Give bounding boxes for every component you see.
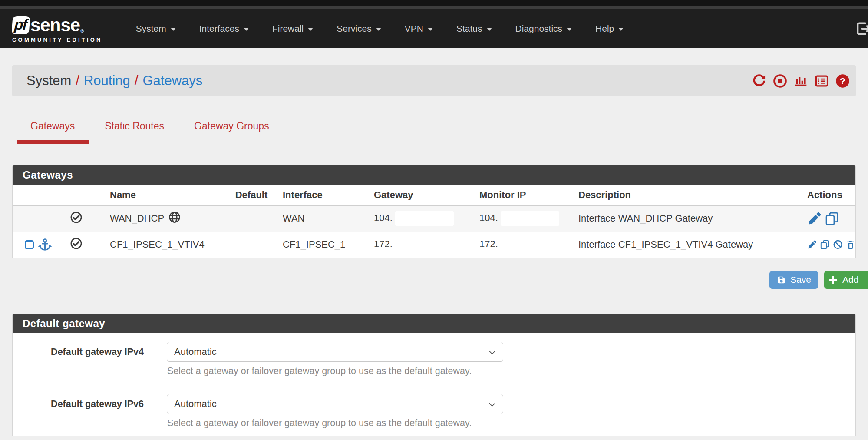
pfsense-app: pf sense ® COMMUNITY EDITION System Inte…	[0, 0, 868, 436]
log-list-icon[interactable]	[813, 72, 831, 90]
nav-help-label: Help	[595, 23, 614, 34]
check-circle-icon	[70, 237, 83, 252]
nav-services-label: Services	[337, 23, 372, 34]
chevron-down-icon	[488, 348, 497, 357]
top-navbar: pf sense ® COMMUNITY EDITION System Inte…	[0, 9, 868, 48]
table-row: WAN_DHCP WAN	[13, 205, 855, 232]
add-button[interactable]: Add	[824, 271, 868, 289]
default-gateway-ipv4-field: Default gateway IPv4 Automatic Select a …	[13, 342, 855, 377]
anchor-icon[interactable]	[38, 238, 52, 252]
copy-icon[interactable]	[825, 211, 839, 226]
column-gateway: Gateway	[362, 185, 468, 205]
nav-diagnostics[interactable]: Diagnostics	[504, 17, 584, 40]
column-default: Default	[225, 185, 277, 205]
default-gateway-ipv4-label: Default gateway IPv4	[13, 342, 144, 377]
add-button-label: Add	[842, 275, 858, 285]
gateways-panel-title: Gateways	[13, 165, 855, 185]
nav-firewall-label: Firewall	[272, 23, 304, 34]
chevron-down-icon	[171, 28, 176, 31]
default-gateway-ipv6-value: Automatic	[174, 398, 217, 410]
default-gateway-ipv6-help: Select a gateway or failover gateway gro…	[167, 418, 503, 429]
column-monitor-ip: Monitor IP	[468, 185, 573, 205]
routing-tabs: Gateways Static Routes Gateway Groups	[17, 116, 856, 144]
nav-interfaces-label: Interfaces	[199, 23, 239, 34]
copy-icon[interactable]	[820, 237, 830, 252]
breadcrumb-separator: /	[135, 73, 139, 89]
save-button-label: Save	[790, 275, 811, 285]
save-button[interactable]: Save	[769, 271, 818, 289]
nav-services[interactable]: Services	[325, 17, 393, 40]
help-icon[interactable]: ?	[834, 72, 851, 90]
nav-system-label: System	[136, 23, 166, 34]
gateways-table: Name Default Interface Gateway Monitor I…	[13, 185, 855, 258]
edit-icon[interactable]	[807, 211, 822, 226]
globe-icon	[168, 211, 181, 226]
monitor-ip: 104.	[479, 212, 498, 223]
nav-firewall[interactable]: Firewall	[261, 17, 325, 40]
nav-interfaces[interactable]: Interfaces	[188, 17, 261, 40]
pfsense-logo[interactable]: pf sense ® COMMUNITY EDITION	[12, 16, 102, 43]
redacted-value	[501, 211, 559, 226]
interface-cell: WAN	[277, 205, 362, 232]
table-header-row: Name Default Interface Gateway Monitor I…	[13, 185, 855, 205]
column-interface: Interface	[277, 185, 362, 205]
gateway-ip: 172.	[374, 238, 393, 249]
check-circle-icon	[70, 211, 83, 226]
breadcrumb-separator: /	[76, 73, 79, 89]
tab-gateways[interactable]: Gateways	[17, 116, 89, 144]
row-checkbox[interactable]	[25, 240, 34, 249]
plus-icon	[828, 275, 838, 285]
nav-system[interactable]: System	[124, 17, 188, 40]
community-edition-label: COMMUNITY EDITION	[12, 36, 102, 43]
default-gateway-panel-title: Default gateway	[13, 314, 855, 333]
chevron-down-icon	[618, 28, 624, 31]
edit-icon[interactable]	[807, 237, 817, 252]
gateways-panel: Gateways Name Default Interface Gateway …	[12, 165, 856, 258]
column-select	[13, 185, 94, 205]
tab-gateway-groups[interactable]: Gateway Groups	[180, 116, 283, 144]
table-buttons-row: Save Add	[12, 271, 856, 289]
gateway-ip: 104.	[374, 212, 393, 223]
nav-status-label: Status	[456, 23, 482, 34]
pfsense-logo-wordmark: pf sense ®	[12, 16, 102, 34]
disable-icon[interactable]	[833, 237, 843, 252]
breadcrumb-gateways-link[interactable]: Gateways	[142, 73, 202, 89]
redacted-value	[501, 237, 559, 252]
window-title-strip	[0, 6, 868, 9]
delete-icon[interactable]	[845, 237, 855, 252]
breadcrumb-system: System	[26, 73, 71, 89]
sign-out-icon[interactable]	[854, 20, 868, 37]
table-row: CF1_IPSEC_1_VTIV4 CF1_IPSEC_1 172. 172. …	[13, 232, 855, 258]
default-gateway-panel: Default gateway Default gateway IPv4 Aut…	[12, 314, 856, 436]
refresh-icon[interactable]	[750, 72, 768, 90]
breadcrumb: System / Routing / Gateways	[12, 65, 856, 96]
bar-chart-icon[interactable]	[792, 72, 810, 90]
column-name: Name	[94, 185, 225, 205]
gateway-name: WAN_DHCP	[110, 213, 164, 224]
page-action-icons: ?	[750, 72, 851, 90]
column-actions: Actions	[792, 185, 855, 205]
redacted-value	[395, 237, 454, 252]
default-gateway-ipv4-select[interactable]: Automatic	[167, 342, 503, 362]
stop-circle-icon[interactable]	[771, 72, 789, 90]
redacted-value	[395, 211, 454, 226]
chevron-down-icon	[487, 28, 492, 31]
breadcrumb-routing-link[interactable]: Routing	[84, 73, 130, 89]
nav-vpn[interactable]: VPN	[393, 17, 445, 40]
nav-diagnostics-label: Diagnostics	[515, 23, 563, 34]
nav-help[interactable]: Help	[584, 17, 635, 40]
nav-status[interactable]: Status	[445, 17, 504, 40]
window-top-strip	[0, 0, 868, 6]
default-gateway-ipv4-help: Select a gateway or failover gateway gro…	[167, 366, 503, 377]
chevron-down-icon	[244, 28, 249, 31]
main-menu: System Interfaces Firewall Services VPN …	[124, 17, 636, 40]
default-gateway-ipv4-value: Automatic	[174, 346, 217, 357]
chevron-down-icon	[376, 28, 381, 31]
tab-static-routes[interactable]: Static Routes	[91, 116, 178, 144]
chevron-down-icon	[488, 400, 497, 409]
default-gateway-ipv6-select[interactable]: Automatic	[167, 394, 503, 414]
gateway-name: CF1_IPSEC_1_VTIV4	[110, 239, 205, 250]
sense-logo-text: sense	[30, 16, 80, 34]
svg-text:?: ?	[840, 76, 845, 86]
interface-cell: CF1_IPSEC_1	[277, 232, 362, 258]
